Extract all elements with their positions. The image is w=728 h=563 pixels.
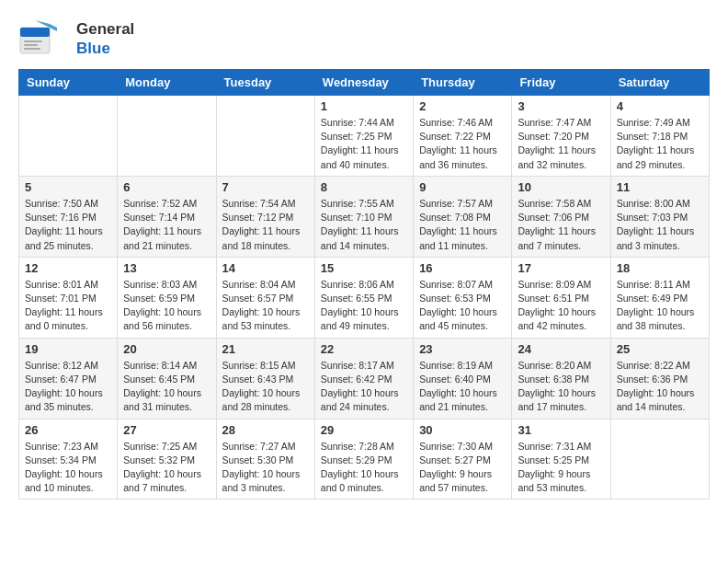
weekday-header: Friday [512, 70, 610, 96]
weekday-header: Sunday [19, 70, 118, 96]
day-info: Sunrise: 8:11 AM Sunset: 6:49 PM Dayligh… [617, 278, 703, 334]
day-number: 9 [419, 180, 506, 194]
day-info: Sunrise: 8:12 AM Sunset: 6:47 PM Dayligh… [25, 359, 111, 415]
day-info: Sunrise: 7:27 AM Sunset: 5:30 PM Dayligh… [222, 440, 309, 496]
calendar-week-row: 19Sunrise: 8:12 AM Sunset: 6:47 PM Dayli… [19, 338, 710, 419]
day-number: 19 [25, 342, 111, 356]
calendar-cell: 10Sunrise: 7:58 AM Sunset: 7:06 PM Dayli… [512, 176, 610, 257]
day-info: Sunrise: 8:03 AM Sunset: 6:59 PM Dayligh… [123, 278, 210, 334]
day-info: Sunrise: 7:28 AM Sunset: 5:29 PM Dayligh… [321, 440, 407, 496]
day-info: Sunrise: 7:55 AM Sunset: 7:10 PM Dayligh… [321, 197, 407, 253]
calendar-cell: 17Sunrise: 8:09 AM Sunset: 6:51 PM Dayli… [512, 257, 610, 338]
day-number: 15 [321, 261, 407, 275]
day-info: Sunrise: 7:23 AM Sunset: 5:34 PM Dayligh… [25, 440, 111, 496]
calendar-cell: 8Sunrise: 7:55 AM Sunset: 7:10 PM Daylig… [314, 176, 413, 257]
day-number: 25 [617, 342, 703, 356]
calendar-cell: 31Sunrise: 7:31 AM Sunset: 5:25 PM Dayli… [512, 419, 610, 500]
calendar-cell: 12Sunrise: 8:01 AM Sunset: 7:01 PM Dayli… [19, 257, 118, 338]
day-number: 31 [518, 423, 604, 437]
day-number: 20 [123, 342, 210, 356]
calendar-cell: 30Sunrise: 7:30 AM Sunset: 5:27 PM Dayli… [414, 419, 512, 500]
day-number: 18 [617, 261, 703, 275]
calendar-cell: 3Sunrise: 7:47 AM Sunset: 7:20 PM Daylig… [512, 96, 610, 177]
day-number: 2 [419, 99, 506, 113]
calendar-cell: 4Sunrise: 7:49 AM Sunset: 7:18 PM Daylig… [610, 96, 709, 177]
day-number: 7 [222, 180, 309, 194]
weekday-header: Thursday [414, 70, 512, 96]
calendar-table: SundayMondayTuesdayWednesdayThursdayFrid… [18, 69, 710, 500]
calendar-cell [118, 96, 216, 177]
day-info: Sunrise: 8:14 AM Sunset: 6:45 PM Dayligh… [123, 359, 210, 415]
day-info: Sunrise: 8:01 AM Sunset: 7:01 PM Dayligh… [25, 278, 111, 334]
svg-rect-4 [24, 44, 38, 46]
calendar-cell: 11Sunrise: 8:00 AM Sunset: 7:03 PM Dayli… [610, 176, 709, 257]
weekday-header: Tuesday [216, 70, 314, 96]
day-number: 22 [321, 342, 407, 356]
day-info: Sunrise: 8:19 AM Sunset: 6:40 PM Dayligh… [419, 359, 506, 415]
calendar-cell: 14Sunrise: 8:04 AM Sunset: 6:57 PM Dayli… [216, 257, 314, 338]
svg-rect-5 [24, 48, 40, 50]
calendar-cell: 18Sunrise: 8:11 AM Sunset: 6:49 PM Dayli… [610, 257, 709, 338]
day-number: 28 [222, 423, 309, 437]
day-info: Sunrise: 8:07 AM Sunset: 6:53 PM Dayligh… [419, 278, 506, 334]
calendar-cell: 6Sunrise: 7:52 AM Sunset: 7:14 PM Daylig… [118, 176, 216, 257]
day-number: 5 [25, 180, 111, 194]
day-info: Sunrise: 8:04 AM Sunset: 6:57 PM Dayligh… [222, 278, 309, 334]
calendar-cell: 13Sunrise: 8:03 AM Sunset: 6:59 PM Dayli… [118, 257, 216, 338]
day-info: Sunrise: 7:54 AM Sunset: 7:12 PM Dayligh… [222, 197, 309, 253]
calendar-cell [610, 419, 709, 500]
svg-rect-3 [24, 40, 42, 42]
day-number: 23 [419, 342, 506, 356]
weekday-header: Monday [118, 70, 216, 96]
calendar-cell: 28Sunrise: 7:27 AM Sunset: 5:30 PM Dayli… [216, 419, 314, 500]
day-number: 24 [518, 342, 604, 356]
day-info: Sunrise: 7:44 AM Sunset: 7:25 PM Dayligh… [321, 116, 407, 172]
day-info: Sunrise: 8:00 AM Sunset: 7:03 PM Dayligh… [617, 197, 703, 253]
calendar-cell: 29Sunrise: 7:28 AM Sunset: 5:29 PM Dayli… [314, 419, 413, 500]
day-number: 17 [518, 261, 604, 275]
day-number: 6 [123, 180, 210, 194]
calendar-cell: 19Sunrise: 8:12 AM Sunset: 6:47 PM Dayli… [19, 338, 118, 419]
calendar-cell: 25Sunrise: 8:22 AM Sunset: 6:36 PM Dayli… [610, 338, 709, 419]
calendar-cell: 5Sunrise: 7:50 AM Sunset: 7:16 PM Daylig… [19, 176, 118, 257]
logo-svg [18, 18, 69, 60]
day-info: Sunrise: 7:25 AM Sunset: 5:32 PM Dayligh… [123, 440, 210, 496]
weekday-header: Wednesday [314, 70, 413, 96]
calendar-cell: 22Sunrise: 8:17 AM Sunset: 6:42 PM Dayli… [314, 338, 413, 419]
day-number: 29 [321, 423, 407, 437]
calendar-cell: 24Sunrise: 8:20 AM Sunset: 6:38 PM Dayli… [512, 338, 610, 419]
calendar-cell: 9Sunrise: 7:57 AM Sunset: 7:08 PM Daylig… [414, 176, 512, 257]
day-info: Sunrise: 7:30 AM Sunset: 5:27 PM Dayligh… [419, 440, 506, 496]
calendar-header-row: SundayMondayTuesdayWednesdayThursdayFrid… [19, 70, 710, 96]
calendar-cell: 16Sunrise: 8:07 AM Sunset: 6:53 PM Dayli… [414, 257, 512, 338]
calendar-cell: 15Sunrise: 8:06 AM Sunset: 6:55 PM Dayli… [314, 257, 413, 338]
calendar-cell: 26Sunrise: 7:23 AM Sunset: 5:34 PM Dayli… [19, 419, 118, 500]
logo-blue: Blue [76, 40, 134, 58]
day-info: Sunrise: 8:20 AM Sunset: 6:38 PM Dayligh… [518, 359, 604, 415]
day-info: Sunrise: 7:31 AM Sunset: 5:25 PM Dayligh… [518, 440, 604, 496]
day-info: Sunrise: 8:06 AM Sunset: 6:55 PM Dayligh… [321, 278, 407, 334]
day-number: 1 [321, 99, 407, 113]
day-number: 4 [617, 99, 703, 113]
weekday-header: Saturday [610, 70, 709, 96]
day-info: Sunrise: 8:15 AM Sunset: 6:43 PM Dayligh… [222, 359, 309, 415]
calendar-week-row: 12Sunrise: 8:01 AM Sunset: 7:01 PM Dayli… [19, 257, 710, 338]
day-info: Sunrise: 8:22 AM Sunset: 6:36 PM Dayligh… [617, 359, 703, 415]
calendar-cell: 27Sunrise: 7:25 AM Sunset: 5:32 PM Dayli… [118, 419, 216, 500]
day-info: Sunrise: 7:46 AM Sunset: 7:22 PM Dayligh… [419, 116, 506, 172]
day-number: 10 [518, 180, 604, 194]
calendar-cell: 21Sunrise: 8:15 AM Sunset: 6:43 PM Dayli… [216, 338, 314, 419]
day-info: Sunrise: 7:58 AM Sunset: 7:06 PM Dayligh… [518, 197, 604, 253]
day-number: 21 [222, 342, 309, 356]
calendar-cell: 23Sunrise: 8:19 AM Sunset: 6:40 PM Dayli… [414, 338, 512, 419]
day-info: Sunrise: 7:52 AM Sunset: 7:14 PM Dayligh… [123, 197, 210, 253]
day-number: 30 [419, 423, 506, 437]
calendar-cell [19, 96, 118, 177]
calendar-cell [216, 96, 314, 177]
logo-general: General [76, 20, 134, 39]
calendar-week-row: 1Sunrise: 7:44 AM Sunset: 7:25 PM Daylig… [19, 96, 710, 177]
day-number: 12 [25, 261, 111, 275]
day-number: 13 [123, 261, 210, 275]
day-info: Sunrise: 7:49 AM Sunset: 7:18 PM Dayligh… [617, 116, 703, 172]
day-number: 14 [222, 261, 309, 275]
